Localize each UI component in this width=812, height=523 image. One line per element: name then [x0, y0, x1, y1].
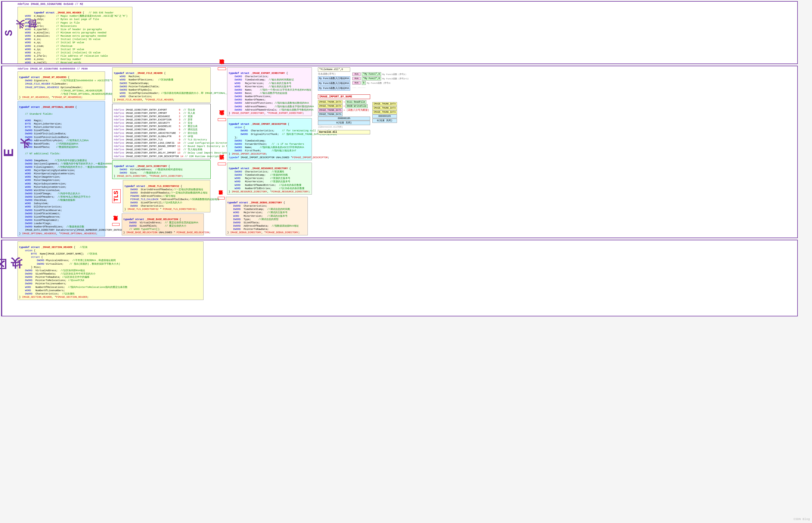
iat-thunk-1: IMAGE_THUNK_DATA [372, 102, 397, 106]
tls-section-row: TLS typedef struct _IMAGE_TLS_DIRECTORY3… [112, 180, 216, 212]
export-dir-struct: typedef struct _IMAGE_EXPORT_DIRECTORY {… [227, 67, 312, 116]
func2-comment: My Func2函数（序号1+1） [382, 77, 410, 80]
optional-header-struct: typedef struct _IMAGE_OPTIONAL_HEADER { … [18, 101, 105, 236]
resource-dir-struct: typedef struct _IMAGE_RESOURCE_DIRECTORY… [227, 163, 312, 195]
thunk-end-zero: 0(结束 关闭) [318, 121, 370, 125]
debug-label: 调试信息 [218, 197, 225, 199]
arrow-2: → [343, 104, 345, 108]
block-label: 区块 [2, 240, 16, 316]
thunk-val-readfile: 0111 ReadFile [346, 100, 366, 104]
func2-label: "My Func2",0 [362, 77, 381, 80]
rva3: My Func3函数入口地址RVA [318, 86, 350, 91]
func3-label: b [362, 81, 366, 85]
no-name-comment: 无名函数(序号) [318, 72, 350, 76]
thunk-label-2: IMAGE_THUNK_DATA [318, 104, 343, 108]
resource-label: 资源 [218, 163, 226, 165]
filename-dll: "FileName.dll",0 [318, 67, 350, 72]
debug-dir-struct: typedef struct _IMAGE_DEBUG_DIRECTORY { … [226, 197, 308, 236]
iat-val-2: 0(结束 关闭) [372, 119, 397, 123]
iat-thunk-col: IMAGE_THUNK_DATA IMAGE_THUNK_DATA IMAGE_… [372, 102, 397, 123]
data-directory-struct: typedef struct _IMAGE_DATA_DIRECTORY { D… [112, 160, 211, 179]
block-content: typedef struct _IMAGE_SECTION_HEADER { /… [16, 240, 797, 316]
rva-labels: RVA "My Func1",0 My Func1函数（序号1） RVA "My… [352, 72, 410, 88]
arrow-1: → [343, 100, 345, 104]
section-header-struct: typedef struct _IMAGE_SECTION_HEADER { /… [18, 241, 204, 300]
base-reloc-struct: typedef struct _IMAGE_BASE_RELOCATION { … [122, 214, 204, 236]
watermark: CSDN Blog [794, 518, 810, 521]
import-label: 输入表 [218, 118, 226, 121]
import-section-row: 输入表 typedef struct _IMAGE_IMPORT_DESCRIP… [218, 118, 316, 160]
rva-val-2: RVA [352, 77, 361, 80]
export-rva-list: "FileName.dll",0 无名函数(序号) My Func1函数入口地址… [318, 67, 350, 91]
dos-label: DOS头部 [2, 2, 16, 64]
thunk-label-3: IMAGE_THUNK_DATA [318, 108, 343, 112]
thunk-end-val: 80000010h [318, 116, 370, 121]
debug-section-row: 调试信息 typedef struct _IMAGE_DEBUG_DIRECTO… [218, 197, 316, 236]
export-annot: "FileName.dll",0 无名函数(序号) My Func1函数入口地址… [318, 67, 796, 91]
rva-val-3: RVA [352, 81, 361, 85]
resource-section-row: 资源 typedef struct _IMAGE_RESOURCE_DIRECT… [218, 163, 316, 195]
file-header-struct: typedef struct _IMAGE_FILE_HEADER { WORD… [112, 67, 211, 103]
iat-thunk-2: IMAGE_THUNK_DATA [372, 106, 397, 110]
kernel32-dll-label: Kernel32.dll [318, 130, 370, 134]
thunk-label-1: IMAGE_THUNK_DATA [318, 100, 343, 104]
export-section-row: 输出表 typedef struct _IMAGE_EXPORT_DIRECTO… [218, 67, 316, 116]
thunk-row-end: IMAGE_THUNK_DATA [318, 112, 370, 116]
func1-comment: My Func1函数（序号1） [382, 73, 407, 76]
dos-content: #define IMAGE_DOS_SIGNATURE 0x5A4D // MZ… [16, 2, 797, 64]
thunk-row-3: IMAGE_THUNK_DATA → (高数八分号为断接) [318, 108, 370, 112]
import-thunk-section: IMAGE_IMPORT_BY_NAME IMAGE_THUNK_DATA → … [318, 94, 796, 134]
reloc-section-row: 重定位表 typedef struct _IMAGE_BASE_RELOCATI… [112, 214, 216, 236]
thunk-data-list: IMAGE_THUNK_DATA → 0111 ReadFile IMAGE_T… [318, 100, 370, 128]
arrow-3: → [343, 108, 345, 112]
rva2: My Func2函数入口地址RVA [318, 81, 350, 86]
directory-defines: #define IMAGE_DIRECTORY_ENTRY_EXPORT 0 /… [112, 104, 211, 159]
kernel32-comment: (以Kennel32.dll为例) [318, 125, 370, 128]
reloc-label: 重定位表 [112, 223, 119, 226]
thunk-comment-ordinal: (高数八分号为断接) [346, 108, 370, 112]
thunk-label-end: IMAGE_THUNK_DATA [318, 112, 343, 116]
import-by-name-label: IMAGE_IMPORT_BY_NAME [318, 94, 370, 99]
dos-define: #define IMAGE_DOS_SIGNATURE 0x5A4D // MZ [18, 3, 796, 6]
iat-val-1: 80000010h [372, 114, 397, 118]
export-label: 输出表 [218, 67, 226, 70]
nt-headers-struct: typedef struct _IMAGE_NT_HEADERS { DWORD… [18, 71, 105, 100]
dos-section: DOS头部 #define IMAGE_DOS_SIGNATURE 0x5A4D… [1, 1, 798, 64]
func3-comment: My Func3函数（序号3） [367, 82, 392, 85]
right-annotations: "FileName.dll",0 无名函数(序号) My Func1函数入口地址… [318, 67, 796, 236]
thunk-row-1: IMAGE_THUNK_DATA → 0111 ReadFile [318, 100, 370, 104]
ellipsis: ... ...... [352, 86, 410, 88]
pe-content: #define IMAGE_NT_SIGNATURE 0x00004550 //… [16, 66, 797, 237]
pe-label: PE头 [2, 66, 16, 237]
thunk-row-2: IMAGE_THUNK_DATA → 002B WriteFile [318, 104, 370, 108]
iat-thunk-3: IMAGE_THUNK_DATA [372, 110, 397, 114]
func1-label: "My Func1",0 [362, 72, 381, 76]
pe-section: PE头 #define IMAGE_NT_SIGNATURE 0x0000455… [1, 66, 798, 238]
rva-val-1: RVA [352, 73, 361, 76]
tls-label: TLS [112, 190, 121, 203]
main-layout: DOS头部 #define IMAGE_DOS_SIGNATURE 0x5A4D… [0, 0, 799, 523]
import-by-name-col: IMAGE_IMPORT_BY_NAME IMAGE_THUNK_DATA → … [318, 94, 370, 134]
nt-signature-define: #define IMAGE_NT_SIGNATURE 0x00004550 //… [18, 67, 111, 70]
thunk-val-writefile: 002B WriteFile [346, 104, 368, 108]
import-desc-struct: typedef struct _IMAGE_IMPORT_DESCRIPTOR … [227, 118, 312, 160]
tls-struct: typedef struct _IMAGE_TLS_DIRECTORY32 { … [123, 180, 210, 212]
block-section: 区块 typedef struct _IMAGE_SECTION_HEADER … [1, 240, 798, 317]
rva1: My Func1函数入口地址RVA [318, 76, 350, 81]
